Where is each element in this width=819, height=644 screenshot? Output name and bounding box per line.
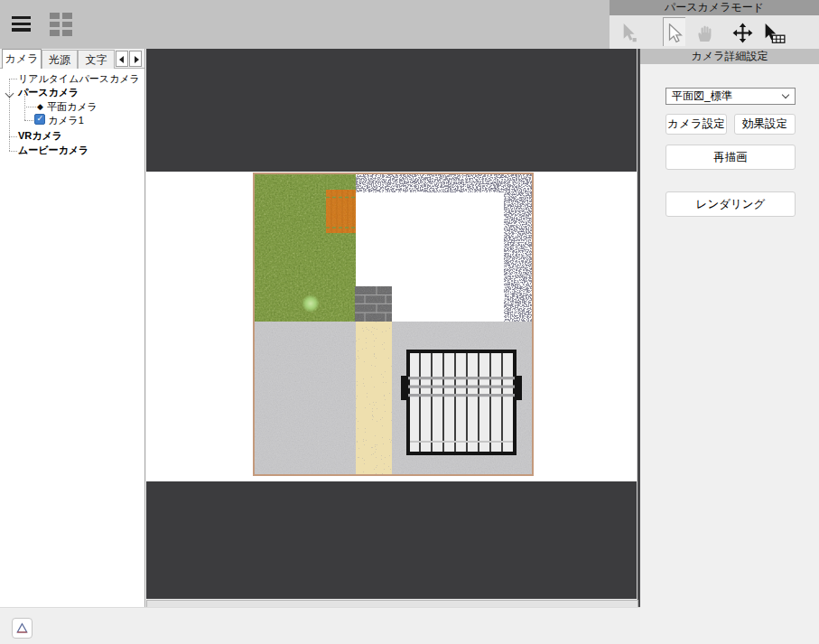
- tab-light[interactable]: 光源: [42, 50, 78, 69]
- camera-detail-panel: カメラ詳細設定 平面図_標準 カメラ設定 効果設定 再描画 レンダリング: [640, 49, 819, 644]
- effect-settings-button[interactable]: 効果設定: [734, 114, 796, 135]
- tab-text[interactable]: 文字: [78, 50, 115, 69]
- tab-camera[interactable]: カメラ: [2, 49, 42, 69]
- camera-mode-toolbar: [610, 15, 819, 49]
- cursor-dot-icon: [622, 23, 638, 42]
- right-arrow-icon: [135, 56, 139, 63]
- pointer-tool-button[interactable]: [664, 21, 687, 45]
- cursor-icon: [668, 23, 683, 43]
- brick-block: [355, 286, 392, 322]
- gravel-strip-top: [356, 174, 532, 192]
- tree-item-pers-camera[interactable]: パースカメラ: [0, 86, 144, 98]
- camera-settings-button[interactable]: カメラ設定: [665, 114, 727, 135]
- camera-mode-title: パースカメラモード: [610, 0, 819, 15]
- camera-mode-section: パースカメラモード: [610, 0, 819, 49]
- triangle-icon: [15, 621, 29, 635]
- camera-sidebar: カメラ 光源 文字 リアルタイムパースカメラ パースカメラ 平面カメラ カメラ1: [0, 49, 145, 607]
- render-button[interactable]: レンダリング: [665, 191, 796, 217]
- bush: [302, 294, 320, 313]
- left-arrow-icon: [119, 56, 124, 63]
- render-viewport[interactable]: [146, 49, 638, 599]
- select-tool-button[interactable]: [618, 21, 641, 45]
- view-style-dropdown[interactable]: 平面図_標準: [665, 88, 796, 105]
- pan-tool-button[interactable]: [693, 21, 717, 45]
- top-toolbar: パースカメラモード: [0, 0, 819, 49]
- plan-render: [253, 173, 534, 476]
- stone-path: [356, 322, 392, 474]
- tree-item-plane-camera[interactable]: 平面カメラ: [0, 100, 144, 113]
- redraw-button[interactable]: 再描画: [665, 145, 796, 170]
- grid-layout-icon[interactable]: [50, 13, 73, 36]
- triangle-tool-button[interactable]: [12, 618, 33, 639]
- tree-item-realtime-pers-camera[interactable]: リアルタイムパースカメラ: [0, 72, 144, 85]
- carport: [401, 351, 522, 453]
- cell-select-tool-button[interactable]: [763, 21, 786, 45]
- sidebar-tab-strip: カメラ 光源 文字: [0, 49, 144, 69]
- move-arrows-icon: [732, 23, 753, 43]
- hand-icon: [696, 24, 714, 42]
- chevron-down-icon: [782, 91, 789, 98]
- tree-item-vr-camera[interactable]: VRカメラ: [0, 129, 144, 142]
- camera1-checkbox[interactable]: [34, 114, 45, 125]
- panel-title: カメラ詳細設定: [640, 49, 819, 64]
- application-window: パースカメラモード: [0, 0, 819, 644]
- hamburger-menu-icon[interactable]: [12, 16, 31, 32]
- tab-scroll-next-button[interactable]: [129, 51, 142, 67]
- diamond-icon: [37, 100, 46, 113]
- move-tool-button[interactable]: [731, 21, 754, 45]
- tree-item-camera1[interactable]: カメラ1: [0, 114, 144, 126]
- wood-deck: [326, 190, 356, 233]
- tree-item-movie-camera[interactable]: ムービーカメラ: [0, 144, 144, 156]
- gravel-strip-right: [504, 192, 532, 322]
- view-style-value: 平面図_標準: [672, 89, 732, 102]
- cursor-grid-icon: [764, 23, 786, 43]
- status-footer: [0, 607, 640, 644]
- tab-scroll-prev-button[interactable]: [116, 51, 128, 67]
